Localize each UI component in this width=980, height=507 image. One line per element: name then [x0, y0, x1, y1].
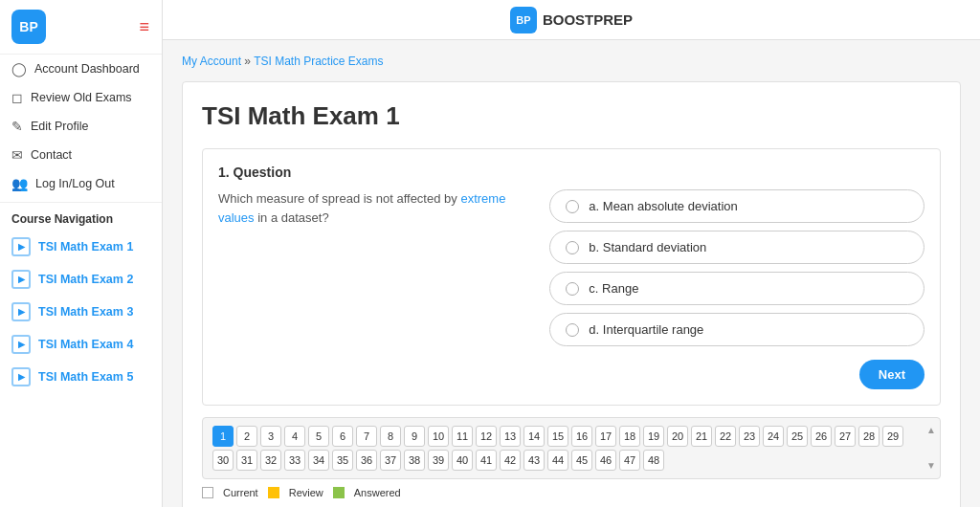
nav-num-2[interactable]: 2 — [236, 426, 257, 447]
nav-num-42[interactable]: 42 — [500, 450, 521, 471]
question-text: Which measure of spread is not affected … — [218, 189, 530, 227]
nav-num-28[interactable]: 28 — [858, 426, 880, 447]
nav-num-19[interactable]: 19 — [643, 426, 664, 447]
breadcrumb: My Account » TSI Math Practice Exams — [182, 55, 961, 68]
nav-num-39[interactable]: 39 — [428, 450, 449, 471]
radio-d[interactable] — [566, 323, 579, 337]
nav-num-16[interactable]: 16 — [571, 426, 592, 447]
radio-a[interactable] — [566, 200, 579, 213]
legend-current-box — [202, 487, 213, 498]
nav-num-31[interactable]: 31 — [236, 450, 257, 471]
nav-num-29[interactable]: 29 — [882, 426, 903, 447]
nav-num-32[interactable]: 32 — [260, 450, 281, 471]
nav-num-48[interactable]: 48 — [643, 450, 664, 471]
sidebar-header: BP ≡ — [0, 0, 162, 55]
scroll-down-arrow[interactable]: ▼ — [926, 461, 936, 471]
sidebar-item-label: Account Dashboard — [34, 62, 140, 76]
nav-num-14[interactable]: 14 — [523, 426, 545, 447]
main-area: BP BOOSTPREP My Account » TSI Math Pract… — [163, 0, 980, 507]
nav-num-45[interactable]: 45 — [571, 450, 592, 471]
answer-option-d[interactable]: d. Interquartile range — [549, 313, 924, 346]
answer-text-c: c. Range — [589, 281, 638, 296]
nav-num-20[interactable]: 20 — [667, 426, 688, 447]
course-item-label: TSI Math Exam 3 — [38, 305, 133, 319]
course-box-icon: ▶ — [11, 237, 31, 256]
course-nav-list: ▶ TSI Math Exam 1 ▶ TSI Math Exam 2 ▶ TS… — [0, 231, 162, 393]
nav-num-6[interactable]: 6 — [332, 426, 353, 447]
nav-num-12[interactable]: 12 — [476, 426, 497, 447]
nav-num-24[interactable]: 24 — [763, 426, 784, 447]
sidebar-item-edit-profile[interactable]: ✎ Edit Profile — [0, 112, 162, 141]
nav-num-7[interactable]: 7 — [356, 426, 377, 447]
logo: BP — [11, 10, 46, 44]
answer-options: a. Mean absolute deviation b. Standard d… — [549, 189, 924, 346]
sidebar-item-label: Contact — [31, 148, 72, 162]
course-box-icon: ▶ — [11, 367, 31, 386]
breadcrumb-part2[interactable]: TSI Math Practice Exams — [254, 55, 383, 68]
nav-num-26[interactable]: 26 — [811, 426, 832, 447]
sidebar-item-contact[interactable]: ✉ Contact — [0, 141, 162, 169]
next-button[interactable]: Next — [859, 360, 924, 389]
nav-num-37[interactable]: 37 — [380, 450, 401, 471]
answer-option-b[interactable]: b. Standard deviation — [549, 231, 924, 264]
nav-num-8[interactable]: 8 — [380, 426, 401, 447]
nav-num-47[interactable]: 47 — [619, 450, 640, 471]
nav-num-18[interactable]: 18 — [619, 426, 640, 447]
next-btn-row: Next — [218, 360, 924, 389]
nav-num-27[interactable]: 27 — [835, 426, 856, 447]
radio-c[interactable] — [566, 282, 579, 296]
nav-num-10[interactable]: 10 — [428, 426, 449, 447]
nav-num-3[interactable]: 3 — [260, 426, 281, 447]
legend-answered-label: Answered — [354, 487, 401, 498]
group-icon: 👥 — [11, 176, 28, 191]
course-item-exam3[interactable]: ▶ TSI Math Exam 3 — [0, 296, 162, 328]
nav-num-43[interactable]: 43 — [523, 450, 545, 471]
nav-num-25[interactable]: 25 — [787, 426, 808, 447]
nav-num-11[interactable]: 11 — [452, 426, 473, 447]
nav-num-36[interactable]: 36 — [356, 450, 377, 471]
course-item-exam1[interactable]: ▶ TSI Math Exam 1 — [0, 231, 162, 263]
legend: Current Review Answered — [202, 487, 941, 498]
nav-num-17[interactable]: 17 — [595, 426, 616, 447]
sidebar-item-label: Edit Profile — [31, 120, 88, 133]
course-item-label: TSI Math Exam 5 — [38, 370, 133, 384]
nav-num-4[interactable]: 4 — [284, 426, 305, 447]
course-item-exam4[interactable]: ▶ TSI Math Exam 4 — [0, 328, 162, 361]
nav-num-23[interactable]: 23 — [739, 426, 760, 447]
nav-num-35[interactable]: 35 — [332, 450, 353, 471]
question-layout: Which measure of spread is not affected … — [218, 189, 924, 346]
nav-num-38[interactable]: 38 — [404, 450, 425, 471]
sidebar-item-account-dashboard[interactable]: ◯ Account Dashboard — [0, 55, 162, 83]
nav-num-40[interactable]: 40 — [452, 450, 473, 471]
nav-num-1[interactable]: 1 — [212, 426, 234, 447]
legend-current-label: Current — [223, 487, 258, 498]
nav-num-22[interactable]: 22 — [715, 426, 736, 447]
course-box-icon: ▶ — [11, 270, 31, 289]
answer-option-a[interactable]: a. Mean absolute deviation — [549, 189, 924, 223]
course-item-exam2[interactable]: ▶ TSI Math Exam 2 — [0, 263, 162, 296]
nav-num-34[interactable]: 34 — [308, 450, 329, 471]
nav-num-46[interactable]: 46 — [595, 450, 616, 471]
nav-num-15[interactable]: 15 — [547, 426, 568, 447]
nav-num-30[interactable]: 30 — [212, 450, 234, 471]
nav-scroll[interactable]: ▲ ▼ — [926, 426, 936, 471]
sidebar-item-review-old-exams[interactable]: ◻ Review Old Exams — [0, 83, 162, 112]
radio-b[interactable] — [566, 241, 579, 254]
nav-num-9[interactable]: 9 — [404, 426, 425, 447]
person-icon: ◯ — [11, 61, 27, 77]
course-item-exam5[interactable]: ▶ TSI Math Exam 5 — [0, 361, 162, 393]
scroll-up-arrow[interactable]: ▲ — [926, 426, 936, 435]
nav-num-44[interactable]: 44 — [547, 450, 568, 471]
answer-option-c[interactable]: c. Range — [549, 272, 924, 305]
nav-num-33[interactable]: 33 — [284, 450, 305, 471]
nav-num-5[interactable]: 5 — [308, 426, 329, 447]
breadcrumb-part1[interactable]: My Account — [182, 55, 241, 68]
question-card: 1. Question Which measure of spread is n… — [202, 148, 941, 406]
content-area: My Account » TSI Math Practice Exams TSI… — [163, 40, 980, 507]
nav-num-13[interactable]: 13 — [500, 426, 521, 447]
hamburger-icon[interactable]: ≡ — [139, 17, 150, 37]
edit-icon: ✎ — [11, 119, 23, 134]
sidebar-item-login-logout[interactable]: 👥 Log In/Log Out — [0, 169, 162, 198]
nav-num-41[interactable]: 41 — [476, 450, 497, 471]
nav-num-21[interactable]: 21 — [691, 426, 712, 447]
